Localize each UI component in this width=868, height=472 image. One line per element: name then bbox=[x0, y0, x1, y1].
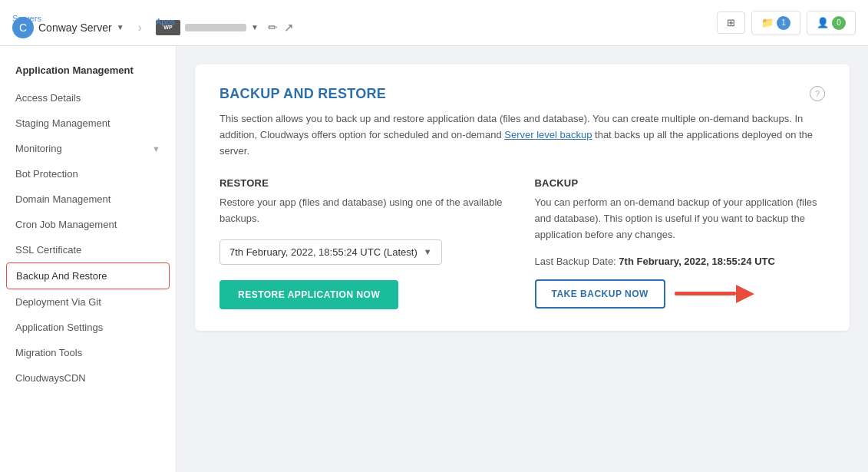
folder-badge: 1 bbox=[777, 16, 790, 30]
app-name-blurred bbox=[185, 24, 246, 31]
sidebar-item-ssl-certificate[interactable]: SSL Certificate bbox=[0, 237, 176, 262]
card-columns: RESTORE Restore your app (files and data… bbox=[219, 177, 825, 309]
folder-button[interactable]: 📁 1 bbox=[751, 11, 800, 35]
sidebar-item-migration-tools[interactable]: Migration Tools bbox=[0, 340, 176, 365]
backup-date-dropdown[interactable]: 7th February, 2022, 18:55:24 UTC (Latest… bbox=[219, 239, 442, 265]
backup-restore-card: BACKUP AND RESTORE ? This section allows… bbox=[195, 64, 850, 331]
sidebar-item-monitoring[interactable]: Monitoring ▼ bbox=[0, 136, 176, 161]
backup-select-wrapper: 7th February, 2022, 18:55:24 UTC (Latest… bbox=[219, 239, 510, 265]
take-backup-button[interactable]: TAKE BACKUP NOW bbox=[535, 279, 665, 309]
server-name: Conway Server bbox=[38, 21, 112, 34]
card-header: BACKUP AND RESTORE ? bbox=[219, 86, 825, 102]
monitoring-chevron-icon: ▼ bbox=[152, 144, 160, 153]
apps-section: Apps WP ▼ bbox=[156, 11, 259, 35]
user-icon: 👤 bbox=[817, 17, 829, 28]
folder-icon: 📁 bbox=[761, 17, 774, 28]
backup-date-value: 7th February, 2022, 18:55:24 UTC (Latest… bbox=[229, 246, 417, 258]
user-badge: 0 bbox=[832, 16, 846, 30]
server-section: Servers C Conway Server ▼ bbox=[12, 8, 124, 38]
apps-label: Apps bbox=[156, 17, 175, 26]
app-chevron-icon: ▼ bbox=[251, 23, 259, 31]
help-icon[interactable]: ? bbox=[810, 86, 825, 101]
sidebar-item-domain-management[interactable]: Domain Management bbox=[0, 186, 176, 212]
user-button[interactable]: 👤 0 bbox=[807, 11, 856, 35]
arrow-line bbox=[675, 292, 736, 295]
top-nav: Servers C Conway Server ▼ › Apps WP ▼ ✏ … bbox=[0, 0, 868, 46]
sidebar-item-staging-management[interactable]: Staging Management bbox=[0, 111, 176, 136]
restore-application-button[interactable]: RESTORE APPLICATION NOW bbox=[219, 280, 398, 309]
main-content: BACKUP AND RESTORE ? This section allows… bbox=[177, 46, 868, 472]
nav-right-section: ⊞ 📁 1 👤 0 bbox=[717, 11, 856, 35]
sidebar-item-application-settings[interactable]: Application Settings bbox=[0, 315, 176, 340]
last-backup-date: 7th February, 2022, 18:55:24 UTC bbox=[619, 256, 775, 267]
backup-title: BACKUP bbox=[535, 177, 826, 189]
card-description: This section allows you to back up and r… bbox=[219, 111, 825, 159]
backup-select-chevron-icon: ▼ bbox=[424, 247, 432, 256]
arrow-head-icon bbox=[736, 285, 754, 303]
restore-title: RESTORE bbox=[219, 177, 510, 189]
servers-label: Servers bbox=[12, 14, 41, 23]
server-chevron-icon: ▼ bbox=[117, 23, 124, 31]
backup-button-row: TAKE BACKUP NOW bbox=[535, 279, 826, 309]
layout-button[interactable]: ⊞ bbox=[717, 12, 745, 34]
main-layout: Application Management Access Details St… bbox=[0, 46, 868, 472]
app-actions: ✏ ↗ bbox=[268, 21, 294, 35]
backup-description: You can perform an on-demand backup of y… bbox=[535, 195, 826, 243]
layout-icon: ⊞ bbox=[727, 17, 735, 28]
last-backup-info: Last Backup Date: 7th February, 2022, 18… bbox=[535, 256, 826, 267]
edit-app-icon[interactable]: ✏ bbox=[268, 21, 278, 35]
sidebar-item-cron-job-management[interactable]: Cron Job Management bbox=[0, 212, 176, 237]
restore-column: RESTORE Restore your app (files and data… bbox=[219, 177, 510, 309]
sidebar-item-deployment-git[interactable]: Deployment Via Git bbox=[0, 289, 176, 315]
sidebar-item-backup-restore[interactable]: Backup And Restore bbox=[6, 262, 170, 289]
server-level-backup-link[interactable]: Server level backup bbox=[504, 129, 592, 140]
sidebar-item-bot-protection[interactable]: Bot Protection bbox=[0, 161, 176, 186]
sidebar-item-access-details[interactable]: Access Details bbox=[0, 85, 176, 111]
last-backup-label: Last Backup Date: bbox=[535, 256, 616, 267]
sidebar-item-cloudwayscdn[interactable]: CloudwaysCDN bbox=[0, 365, 176, 391]
sidebar-section-title: Application Management bbox=[0, 58, 176, 85]
arrow-annotation bbox=[675, 285, 754, 303]
backup-column: BACKUP You can perform an on-demand back… bbox=[535, 177, 826, 309]
breadcrumb-arrow: › bbox=[134, 21, 147, 35]
restore-description: Restore your app (files and database) us… bbox=[219, 195, 510, 227]
card-title: BACKUP AND RESTORE bbox=[219, 86, 386, 102]
external-link-icon[interactable]: ↗ bbox=[284, 21, 294, 35]
sidebar: Application Management Access Details St… bbox=[0, 46, 177, 472]
